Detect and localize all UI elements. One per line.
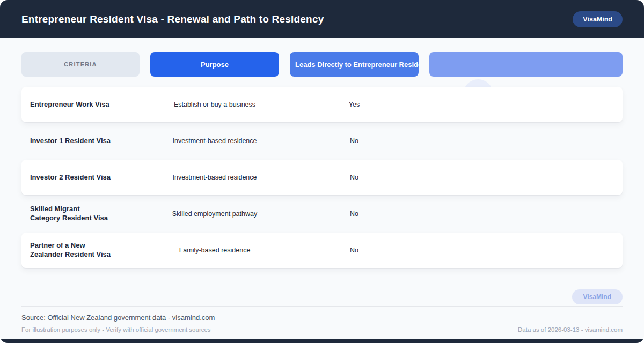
- table-body: Entrepreneur Work Visa Establish or buy …: [21, 87, 623, 268]
- watermark-row: VisaMind: [21, 289, 623, 304]
- table-row: Skilled Migrant Category Resident Visa S…: [21, 196, 623, 232]
- criteria-cell: Investor 1 Resident Visa: [21, 137, 112, 146]
- footer-divider: [21, 306, 623, 307]
- main-content: CRITERIA Purpose Leads Directly to Entre…: [0, 38, 644, 339]
- criteria-cell: Skilled Migrant Category Resident Visa: [21, 205, 112, 222]
- table-row: Investor 2 Resident Visa Investment-base…: [21, 160, 623, 195]
- table-header-row: CRITERIA Purpose Leads Directly to Entre…: [21, 52, 623, 77]
- brand-badge: VisaMind: [573, 11, 623, 27]
- table-row: Investor 1 Resident Visa Investment-base…: [21, 123, 623, 159]
- purpose-cell: Skilled employment pathway: [150, 210, 279, 218]
- purpose-cell: Family-based residence: [150, 247, 279, 254]
- criteria-cell: Partner of a New Zealander Resident Visa: [21, 241, 112, 259]
- app-window: Entrepreneur Resident Visa - Renewal and…: [0, 0, 644, 343]
- column-header-leads-directly[interactable]: Leads Directly to Entrepreneur Reside: [290, 52, 419, 77]
- leads-cell: Yes: [290, 101, 419, 108]
- column-header-criteria[interactable]: CRITERIA: [21, 52, 140, 77]
- leads-cell: No: [290, 137, 419, 145]
- leads-cell: No: [290, 210, 419, 218]
- footer-bottom-row: For illustration purposes only - Verify …: [21, 326, 623, 333]
- app-header: Entrepreneur Resident Visa - Renewal and…: [0, 0, 644, 38]
- leads-cell: No: [290, 174, 419, 181]
- column-header-purpose[interactable]: Purpose: [150, 52, 279, 77]
- footer-source-text: Source: Official New Zealand government …: [21, 314, 623, 322]
- table-row: Partner of a New Zealander Resident Visa…: [21, 233, 623, 268]
- purpose-cell: Investment-based residence: [150, 174, 279, 181]
- purpose-cell: Establish or buy a business: [150, 101, 279, 108]
- purpose-cell: Investment-based residence: [150, 137, 279, 145]
- criteria-cell: Investor 2 Resident Visa: [21, 173, 112, 182]
- bottom-accent-bar: [0, 339, 644, 343]
- footer-data-as-of-text: Data as of 2026-03-13 - visamind.com: [518, 326, 623, 333]
- criteria-cell: Entrepreneur Work Visa: [21, 100, 112, 109]
- leads-cell: No: [290, 247, 419, 254]
- footer-disclaimer-text: For illustration purposes only - Verify …: [21, 326, 211, 333]
- page-title: Entrepreneur Resident Visa - Renewal and…: [21, 13, 324, 25]
- watermark-badge: VisaMind: [572, 289, 623, 304]
- table-row: Entrepreneur Work Visa Establish or buy …: [21, 87, 623, 122]
- column-header-empty[interactable]: [429, 52, 623, 77]
